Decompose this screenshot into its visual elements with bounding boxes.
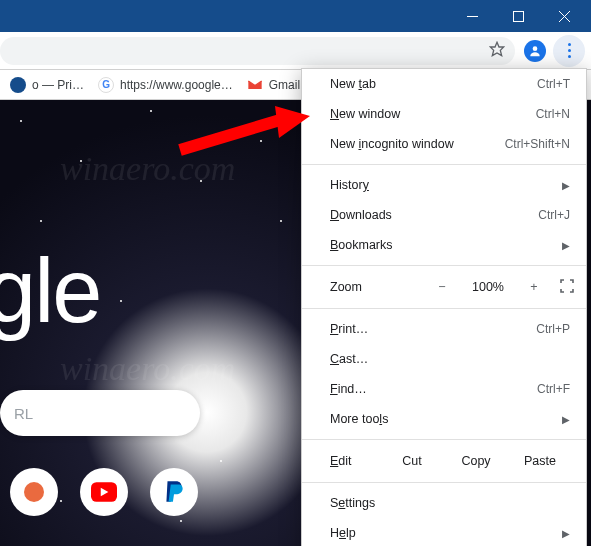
menu-item-new-incognito[interactable]: New incognito window Ctrl+Shift+N xyxy=(302,129,586,159)
shortcut-item[interactable] xyxy=(80,468,128,516)
menu-item-settings[interactable]: Settings xyxy=(302,488,586,518)
bookmark-label: o — Pri… xyxy=(32,78,84,92)
chrome-menu-button[interactable] xyxy=(553,35,585,67)
menu-label: Downloads xyxy=(330,208,392,222)
menu-separator xyxy=(302,308,586,309)
paypal-icon xyxy=(163,479,185,505)
search-box[interactable]: RL xyxy=(0,390,200,436)
menu-shortcut: Ctrl+J xyxy=(538,208,570,222)
bookmark-item[interactable]: Gmail xyxy=(247,77,300,93)
edit-cut-button[interactable]: Cut xyxy=(380,454,444,468)
menu-label: Settings xyxy=(330,496,375,510)
shortcuts-row xyxy=(0,468,198,516)
menu-label: Edit xyxy=(330,454,380,468)
maximize-icon xyxy=(513,11,524,22)
menu-item-find[interactable]: Find… Ctrl+F xyxy=(302,374,586,404)
menu-item-print[interactable]: Print… Ctrl+P xyxy=(302,314,586,344)
fullscreen-button[interactable] xyxy=(560,279,574,296)
menu-item-history[interactable]: History ▶ xyxy=(302,170,586,200)
menu-shortcut: Ctrl+T xyxy=(537,77,570,91)
fullscreen-icon xyxy=(560,279,574,293)
bookmark-item[interactable]: o — Pri… xyxy=(10,77,84,93)
zoom-value: 100% xyxy=(468,280,508,294)
svg-rect-1 xyxy=(513,11,523,21)
address-bar[interactable] xyxy=(0,37,515,65)
bookmark-label: Gmail xyxy=(269,78,300,92)
google-logo: oogle xyxy=(0,240,100,343)
submenu-arrow-icon: ▶ xyxy=(562,414,570,425)
submenu-arrow-icon: ▶ xyxy=(562,528,570,539)
profile-button[interactable] xyxy=(519,35,551,67)
menu-item-edit: Edit Cut Copy Paste xyxy=(302,445,586,477)
bookmark-item[interactable]: G https://www.google… xyxy=(98,77,233,93)
favicon-icon: G xyxy=(98,77,114,93)
chrome-main-menu: New tab Ctrl+T New window Ctrl+N New inc… xyxy=(301,68,587,546)
menu-shortcut: Ctrl+Shift+N xyxy=(505,137,570,151)
menu-label: New incognito window xyxy=(330,137,454,151)
menu-item-new-window[interactable]: New window Ctrl+N xyxy=(302,99,586,129)
svg-point-6 xyxy=(24,482,44,502)
youtube-icon xyxy=(91,482,117,502)
menu-label: More tools xyxy=(330,412,388,426)
submenu-arrow-icon: ▶ xyxy=(562,240,570,251)
zoom-in-button[interactable]: + xyxy=(524,280,544,294)
avatar-icon xyxy=(524,40,546,62)
window-maximize-button[interactable] xyxy=(495,0,541,32)
menu-label: New window xyxy=(330,107,400,121)
three-dots-icon xyxy=(568,43,571,58)
shortcut-item[interactable] xyxy=(10,468,58,516)
favicon-icon xyxy=(10,77,26,93)
edit-copy-button[interactable]: Copy xyxy=(444,454,508,468)
search-placeholder: RL xyxy=(14,405,33,422)
close-icon xyxy=(559,11,570,22)
menu-label: History xyxy=(330,178,369,192)
menu-separator xyxy=(302,439,586,440)
generic-shortcut-icon xyxy=(22,480,46,504)
menu-label: Zoom xyxy=(330,280,416,294)
menu-label: Print… xyxy=(330,322,368,336)
menu-shortcut: Ctrl+N xyxy=(536,107,570,121)
menu-label: New tab xyxy=(330,77,376,91)
menu-item-bookmarks[interactable]: Bookmarks ▶ xyxy=(302,230,586,260)
menu-separator xyxy=(302,482,586,483)
svg-marker-4 xyxy=(490,42,503,55)
menu-separator xyxy=(302,164,586,165)
menu-label: Cast… xyxy=(330,352,368,366)
window-titlebar xyxy=(0,0,591,32)
menu-label: Bookmarks xyxy=(330,238,393,252)
menu-item-downloads[interactable]: Downloads Ctrl+J xyxy=(302,200,586,230)
bookmark-label: https://www.google… xyxy=(120,78,233,92)
menu-label: Help xyxy=(330,526,356,540)
menu-shortcut: Ctrl+P xyxy=(536,322,570,336)
menu-item-cast[interactable]: Cast… xyxy=(302,344,586,374)
window-minimize-button[interactable] xyxy=(449,0,495,32)
menu-item-new-tab[interactable]: New tab Ctrl+T xyxy=(302,69,586,99)
menu-item-help[interactable]: Help ▶ xyxy=(302,518,586,546)
svg-point-5 xyxy=(533,46,538,51)
menu-shortcut: Ctrl+F xyxy=(537,382,570,396)
toolbar xyxy=(0,32,591,70)
menu-separator xyxy=(302,265,586,266)
zoom-out-button[interactable]: − xyxy=(432,280,452,294)
menu-item-more-tools[interactable]: More tools ▶ xyxy=(302,404,586,434)
window-close-button[interactable] xyxy=(541,0,587,32)
submenu-arrow-icon: ▶ xyxy=(562,180,570,191)
gmail-icon xyxy=(247,77,263,93)
bookmark-star-icon[interactable] xyxy=(489,41,505,61)
menu-label: Find… xyxy=(330,382,367,396)
shortcut-item[interactable] xyxy=(150,468,198,516)
edit-paste-button[interactable]: Paste xyxy=(508,454,572,468)
minimize-icon xyxy=(467,11,478,22)
menu-item-zoom: Zoom − 100% + xyxy=(302,271,586,303)
